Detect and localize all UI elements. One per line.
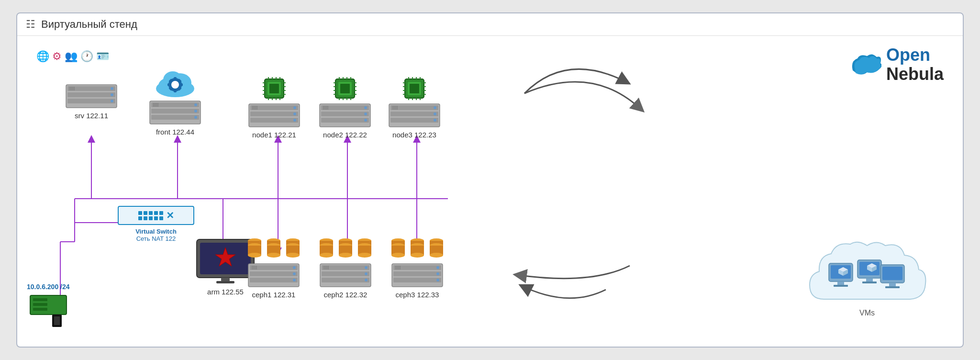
ceph2-server-icon <box>319 263 372 288</box>
svg-point-164 <box>293 266 296 269</box>
svg-point-157 <box>286 253 300 258</box>
svg-rect-215 <box>393 278 441 282</box>
svg-rect-132 <box>390 118 438 123</box>
node1-cpu-icon <box>260 74 289 103</box>
svg-rect-201 <box>391 246 405 248</box>
svg-rect-149 <box>248 246 261 248</box>
svg-rect-101 <box>321 112 369 116</box>
svg-point-183 <box>358 253 371 258</box>
svg-rect-34 <box>179 83 183 86</box>
svg-rect-187 <box>322 265 369 270</box>
svg-rect-71 <box>250 112 298 116</box>
svg-point-147 <box>248 253 261 258</box>
vswitch-label2: Сеть NAT 122 <box>118 235 194 242</box>
svg-rect-236 <box>862 281 877 283</box>
svg-point-19 <box>111 93 113 96</box>
svg-point-104 <box>364 112 367 115</box>
id-icon: 🪪 <box>96 50 109 63</box>
svg-point-191 <box>365 272 368 275</box>
svg-rect-232 <box>834 285 848 287</box>
svg-rect-180 <box>339 246 352 248</box>
ceph1-label: ceph1 122.31 <box>252 291 296 299</box>
clock-icon: 🕐 <box>80 50 93 63</box>
node2-label: node2 122.22 <box>323 131 367 139</box>
svg-point-18 <box>111 87 113 90</box>
ceph1-db-icons <box>247 237 301 260</box>
svg-rect-17 <box>67 99 115 103</box>
opennebula-logo: Open Nebula <box>848 45 944 83</box>
svg-point-44 <box>194 110 197 112</box>
svg-rect-100 <box>321 105 369 110</box>
svg-point-166 <box>293 279 296 281</box>
diagram-area: 🌐 ⚙ 👥 🕐 🪪 sr <box>17 36 963 344</box>
svg-rect-32 <box>174 89 177 92</box>
node2-cpu-icon <box>331 74 359 103</box>
cloud-shape-icon <box>800 237 934 314</box>
svg-rect-225 <box>33 303 47 306</box>
front-node: front 122.44 <box>149 65 201 136</box>
ceph3-db-icons <box>390 237 444 260</box>
svg-rect-185 <box>358 246 371 248</box>
node3-label: node3 122.23 <box>392 131 436 139</box>
arm-label: arm 122.55 <box>207 288 244 296</box>
svg-rect-159 <box>286 246 300 248</box>
svg-rect-226 <box>33 308 47 311</box>
infra-box: 10.0.6.200 /24 <box>27 283 70 330</box>
svg-point-134 <box>434 112 436 115</box>
ceph3-node: ceph3 122.33 <box>390 237 444 299</box>
svg-rect-112 <box>410 84 419 93</box>
svg-rect-211 <box>430 246 443 248</box>
vswitch-x-icon: ✕ <box>166 210 174 221</box>
ceph2-label: ceph2 122.32 <box>324 291 368 299</box>
svg-rect-15 <box>67 86 115 91</box>
main-container: ☷ Виртуальный стенд <box>16 12 964 348</box>
svg-rect-144 <box>216 281 234 283</box>
svg-rect-239 <box>889 283 896 287</box>
svg-rect-161 <box>250 265 298 270</box>
document-icon: ☷ <box>26 18 35 31</box>
svg-point-204 <box>411 253 424 258</box>
cloud-vms: VMs <box>800 229 934 325</box>
node1-server-icon <box>248 103 301 128</box>
svg-rect-163 <box>250 278 298 282</box>
ceph1-server-icon <box>247 263 300 288</box>
svg-point-74 <box>293 112 296 115</box>
ceph2-node: ceph2 122.32 <box>319 237 372 299</box>
front-cloud-icon <box>149 65 201 98</box>
users-icon: 👥 <box>65 50 78 63</box>
srv-server-icon <box>65 84 118 109</box>
svg-point-178 <box>339 253 352 258</box>
svg-rect-70 <box>250 105 298 110</box>
svg-rect-228 <box>54 316 60 325</box>
svg-rect-235 <box>866 278 873 282</box>
srv-label: srv 122.11 <box>75 112 108 120</box>
svg-point-218 <box>436 279 439 281</box>
svg-rect-213 <box>393 265 441 270</box>
svg-rect-72 <box>250 118 298 123</box>
srv-node: srv 122.11 <box>65 84 118 120</box>
svg-rect-154 <box>267 246 280 248</box>
svg-rect-52 <box>269 84 279 93</box>
ceph2-db-icons <box>319 237 372 260</box>
svg-rect-33 <box>167 83 171 86</box>
virtual-switch: ✕ Virtual Switch Сеть NAT 122 <box>118 206 194 242</box>
front-server-icon <box>149 100 201 125</box>
svg-point-135 <box>434 119 436 122</box>
svg-rect-231 <box>837 281 844 285</box>
front-label: front 122.44 <box>156 128 194 136</box>
page-title: Виртуальный стенд <box>41 18 137 31</box>
svg-rect-31 <box>174 77 177 81</box>
nebula-wave-icon <box>848 51 881 78</box>
vswitch-dots-icon <box>138 211 163 220</box>
title-bar: ☷ Виртуальный стенд <box>17 13 963 36</box>
vswitch-label1: Virtual Switch <box>118 228 194 235</box>
svg-point-73 <box>293 106 296 109</box>
ceph3-label: ceph3 122.33 <box>396 291 439 299</box>
svg-rect-206 <box>411 246 424 248</box>
svg-point-45 <box>194 116 197 119</box>
svg-point-217 <box>436 272 439 275</box>
svg-rect-82 <box>340 84 350 93</box>
opennebula-text: Open Nebula <box>886 45 944 83</box>
svg-rect-16 <box>67 92 115 97</box>
svg-point-192 <box>365 279 368 281</box>
